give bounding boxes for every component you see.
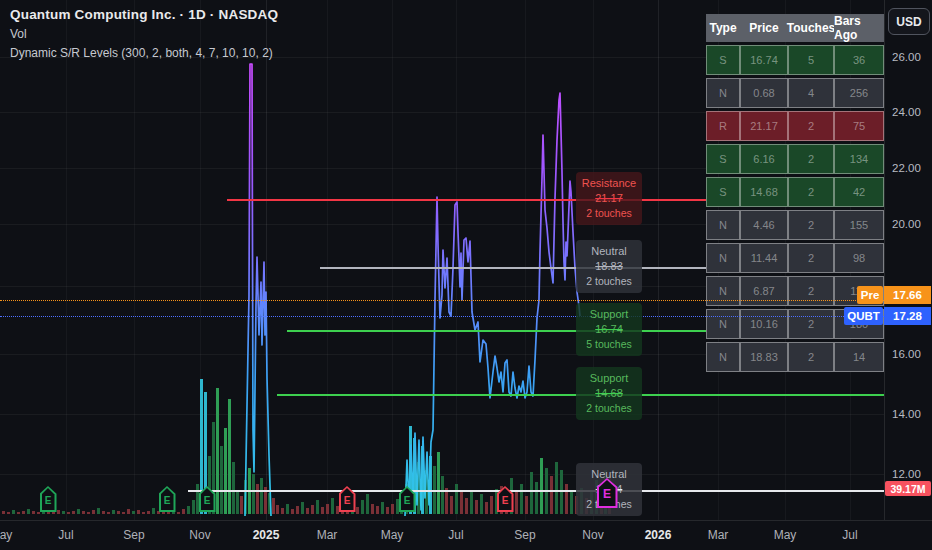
price-line-segment <box>405 93 580 516</box>
sr-table-cell: 2 <box>788 111 834 141</box>
sr-table-cell: 42 <box>834 177 884 207</box>
last-price-badge-tag: QUBT <box>844 307 883 325</box>
last-price-badge-value: 17.28 <box>884 307 931 325</box>
indicator-sr-label[interactable]: Dynamic S/R Levels (300, 2, both, 4, 7, … <box>10 46 278 60</box>
sr-table-cell: S <box>706 144 740 174</box>
premarket-price-line <box>0 300 884 301</box>
earnings-letter: E <box>40 494 57 505</box>
earnings-icon[interactable]: E <box>339 486 356 512</box>
earnings-letter: E <box>497 494 514 505</box>
sr-level-line <box>188 490 884 492</box>
earnings-icon[interactable]: E <box>40 486 57 512</box>
sr-table-cell: 0.68 <box>740 78 788 108</box>
premarket-price-badge-tag: Pre <box>857 286 883 304</box>
earnings-icon[interactable]: E <box>199 486 216 512</box>
currency-button[interactable]: USD <box>888 8 930 35</box>
earnings-letter: E <box>199 494 216 505</box>
earnings-letter: E <box>159 494 176 505</box>
level-name: Support <box>578 307 640 322</box>
sr-table-cell: 6.87 <box>740 276 788 306</box>
level-price: 21.17 <box>578 191 640 206</box>
time-axis-label: Mar <box>317 528 338 542</box>
earnings-icon[interactable]: E <box>597 478 618 508</box>
sr-table-cell: N <box>706 309 740 339</box>
sr-table-cell: 11.44 <box>740 243 788 273</box>
earnings-letter: E <box>597 487 618 501</box>
symbol-title[interactable]: Quantum Computing Inc. · 1D · NASDAQ <box>10 7 278 22</box>
price-axis[interactable]: USD 26.0024.0022.0020.0016.0014.0012.00 <box>884 0 932 520</box>
price-axis-label: 24.00 <box>892 106 921 118</box>
time-axis-label: Sep <box>123 528 144 542</box>
level-touches: 2 touches <box>578 206 640 221</box>
sr-table-cell: N <box>706 243 740 273</box>
level-touches: 2 touches <box>578 401 640 416</box>
price-line-segment <box>245 64 271 516</box>
sr-table-row: N0.684256 <box>706 78 884 108</box>
sr-table-cell: N <box>706 210 740 240</box>
price-axis-label: 22.00 <box>892 162 921 174</box>
time-axis[interactable]: ayJulSepNov2025MarMayJulSepNov2026MarMay… <box>0 520 932 550</box>
sr-table-cell: 16.74 <box>740 45 788 75</box>
indicator-vol-label[interactable]: Vol <box>10 27 278 41</box>
time-axis-label: Sep <box>514 528 535 542</box>
chart-pane[interactable]: Resistance21.172 touchesNeutral18.832 to… <box>0 0 884 520</box>
time-axis-label: Jul <box>842 528 857 542</box>
time-axis-label: 2025 <box>253 528 280 542</box>
sr-table-cell: 2 <box>788 309 834 339</box>
sr-table-header-cell: Touches <box>788 14 834 42</box>
sr-table-cell: S <box>706 177 740 207</box>
sr-table-cell: 2 <box>788 144 834 174</box>
price-axis-label: 12.00 <box>892 468 921 480</box>
sr-table-cell: 14.68 <box>740 177 788 207</box>
sr-table-cell: 5 <box>788 45 834 75</box>
sr-table-cell: 2 <box>788 342 834 372</box>
earnings-letter: E <box>339 494 356 505</box>
earnings-letter: E <box>399 494 416 505</box>
sr-table-cell: N <box>706 276 740 306</box>
earnings-icon[interactable]: E <box>399 486 416 512</box>
sr-table-cell: 2 <box>788 210 834 240</box>
sr-table-cell: 10.16 <box>740 309 788 339</box>
price-axis-label: 14.00 <box>892 408 921 420</box>
earnings-icon[interactable]: E <box>497 486 514 512</box>
sr-table-cell: S <box>706 45 740 75</box>
price-axis-label: 16.00 <box>892 348 921 360</box>
sr-table-cell: 2 <box>788 276 834 306</box>
sr-level-label: Support16.745 touches <box>576 303 642 356</box>
last-price-badge: QUBT17.28 <box>844 307 931 325</box>
earnings-icon[interactable]: E <box>159 486 176 512</box>
symbol-legend: Quantum Computing Inc. · 1D · NASDAQ Vol… <box>10 7 278 60</box>
time-axis-label: ay <box>0 528 12 542</box>
sr-level-label: Resistance21.172 touches <box>576 172 642 225</box>
premarket-price-badge: Pre17.66 <box>857 286 931 304</box>
sr-table-cell: 155 <box>834 210 884 240</box>
sr-table-cell: 21.17 <box>740 111 788 141</box>
level-price: 18.83 <box>578 259 640 274</box>
sr-table-cell: R <box>706 111 740 141</box>
sr-table-cell: 6.16 <box>740 144 788 174</box>
sr-table-header-cell: Price <box>740 14 788 42</box>
sr-table-cell: 75 <box>834 111 884 141</box>
level-name: Support <box>578 371 640 386</box>
sr-table-cell: 4.46 <box>740 210 788 240</box>
time-axis-label: Jul <box>448 528 463 542</box>
sr-table-cell: N <box>706 342 740 372</box>
sr-table-header-cell: Type <box>706 14 740 42</box>
time-axis-label: Nov <box>189 528 210 542</box>
sr-table-row: N4.462155 <box>706 210 884 240</box>
sr-table-cell: N <box>706 78 740 108</box>
sr-table-cell: 36 <box>834 45 884 75</box>
time-axis-label: May <box>774 528 797 542</box>
sr-table-row: R21.17275 <box>706 111 884 141</box>
time-axis-label: Jul <box>58 528 73 542</box>
sr-level-label: Support14.682 touches <box>576 367 642 420</box>
level-price: 14.68 <box>578 386 640 401</box>
time-axis-label: May <box>381 528 404 542</box>
premarket-price-badge-value: 17.66 <box>884 286 931 304</box>
level-name: Neutral <box>578 244 640 259</box>
sr-table-row: S6.162134 <box>706 144 884 174</box>
time-axis-label: Nov <box>582 528 603 542</box>
sr-table-cell: 4 <box>788 78 834 108</box>
sr-table-header-row: TypePriceTouchesBars Ago <box>706 14 884 42</box>
volume-value-badge: 39.17M <box>885 481 931 496</box>
